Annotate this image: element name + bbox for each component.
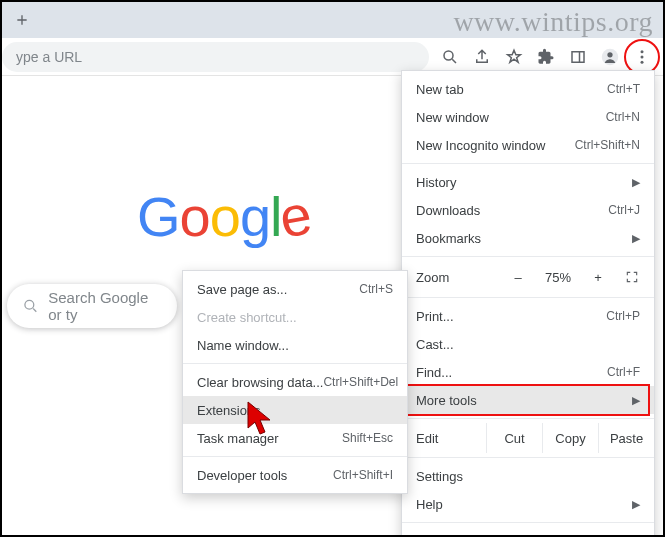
menu-separator: [402, 522, 654, 523]
menu-new-window[interactable]: New windowCtrl+N: [402, 103, 654, 131]
zoom-in-button[interactable]: +: [584, 264, 612, 290]
menu-separator: [402, 297, 654, 298]
menu-find[interactable]: Find...Ctrl+F: [402, 358, 654, 386]
address-bar[interactable]: ype a URL: [2, 42, 429, 72]
google-search-box[interactable]: Search Google or ty: [7, 284, 177, 328]
menu-settings[interactable]: Settings: [402, 462, 654, 490]
new-tab-button[interactable]: [8, 6, 36, 34]
submenu-developer-tools[interactable]: Developer toolsCtrl+Shift+I: [183, 461, 407, 489]
submenu-create-shortcut[interactable]: Create shortcut...: [183, 303, 407, 331]
submenu-task-manager[interactable]: Task managerShift+Esc: [183, 424, 407, 452]
profile-avatar-icon[interactable]: [595, 42, 625, 72]
menu-history[interactable]: History▶: [402, 168, 654, 196]
menu-zoom-row: Zoom – 75% +: [402, 261, 654, 293]
edit-cut-button[interactable]: Cut: [486, 423, 542, 453]
submenu-save-page[interactable]: Save page as...Ctrl+S: [183, 275, 407, 303]
menu-exit[interactable]: Exit: [402, 527, 654, 537]
search-icon: [23, 297, 38, 315]
svg-point-6: [641, 50, 644, 53]
search-placeholder: Search Google or ty: [48, 289, 161, 323]
google-logo: Google: [137, 184, 312, 249]
menu-incognito[interactable]: New Incognito windowCtrl+Shift+N: [402, 131, 654, 159]
menu-separator: [183, 363, 407, 364]
svg-point-9: [25, 300, 34, 309]
svg-point-5: [607, 52, 612, 57]
menu-bookmarks[interactable]: Bookmarks▶: [402, 224, 654, 252]
chevron-right-icon: ▶: [632, 498, 640, 511]
more-tools-submenu: Save page as...Ctrl+S Create shortcut...…: [182, 270, 408, 494]
menu-separator: [402, 256, 654, 257]
sidepanel-icon[interactable]: [563, 42, 593, 72]
menu-help[interactable]: Help▶: [402, 490, 654, 518]
svg-line-10: [33, 309, 36, 312]
svg-point-8: [641, 60, 644, 63]
fullscreen-button[interactable]: [618, 264, 646, 290]
menu-downloads[interactable]: DownloadsCtrl+J: [402, 196, 654, 224]
chevron-right-icon: ▶: [632, 394, 640, 407]
menu-more-tools[interactable]: More tools▶: [402, 386, 654, 414]
submenu-clear-browsing-data[interactable]: Clear browsing data...Ctrl+Shift+Del: [183, 368, 407, 396]
kebab-menu-icon[interactable]: [627, 42, 657, 72]
edit-copy-button[interactable]: Copy: [542, 423, 598, 453]
menu-separator: [183, 456, 407, 457]
submenu-extensions[interactable]: Extensions: [183, 396, 407, 424]
toolbar-actions: [435, 42, 657, 72]
share-icon[interactable]: [467, 42, 497, 72]
menu-cast[interactable]: Cast...: [402, 330, 654, 358]
zoom-icon[interactable]: [435, 42, 465, 72]
chevron-right-icon: ▶: [632, 176, 640, 189]
menu-separator: [402, 163, 654, 164]
tab-strip: [2, 2, 663, 38]
svg-rect-2: [572, 51, 584, 62]
svg-point-0: [444, 51, 453, 60]
svg-line-1: [452, 59, 456, 63]
zoom-value: 75%: [538, 270, 578, 285]
zoom-label: Zoom: [416, 270, 498, 285]
edit-paste-button[interactable]: Paste: [598, 423, 654, 453]
submenu-name-window[interactable]: Name window...: [183, 331, 407, 359]
edit-label: Edit: [416, 431, 486, 446]
zoom-out-button[interactable]: –: [504, 264, 532, 290]
bookmark-star-icon[interactable]: [499, 42, 529, 72]
svg-point-7: [641, 55, 644, 58]
extensions-puzzle-icon[interactable]: [531, 42, 561, 72]
menu-separator: [402, 418, 654, 419]
menu-separator: [402, 457, 654, 458]
menu-edit-row: Edit Cut Copy Paste: [402, 423, 654, 453]
chevron-right-icon: ▶: [632, 232, 640, 245]
menu-print[interactable]: Print...Ctrl+P: [402, 302, 654, 330]
menu-new-tab[interactable]: New tabCtrl+T: [402, 75, 654, 103]
chrome-main-menu: New tabCtrl+T New windowCtrl+N New Incog…: [401, 70, 655, 537]
